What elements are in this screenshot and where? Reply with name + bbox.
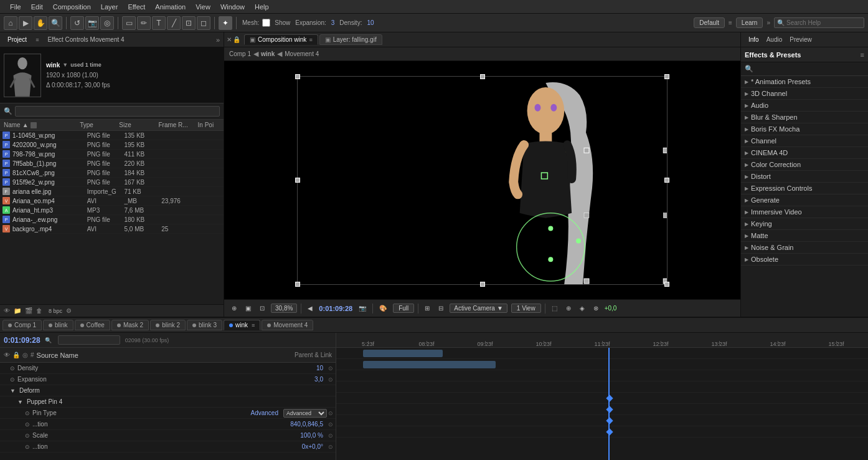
text-tool[interactable]: T <box>152 16 166 30</box>
rect-tool[interactable]: ▭ <box>122 16 136 30</box>
preview-play-btn[interactable]: ⊕ <box>229 304 239 312</box>
list-item[interactable]: A Ariana_ht.mp3 MP3 7,6 MB <box>0 206 224 215</box>
comp-tab-menu[interactable]: ≡ <box>309 37 312 43</box>
keyframe-1[interactable] <box>606 395 613 401</box>
comp-tab-menu[interactable]: ≡ <box>252 322 255 328</box>
effect-group-header[interactable]: ▶ Immersive Video <box>741 206 868 218</box>
menu-composition[interactable]: Composition <box>48 2 96 12</box>
expansion-value[interactable]: 3 <box>331 19 335 26</box>
comp-tab[interactable]: Coffee <box>75 320 110 330</box>
layer-tab[interactable]: ▣ Layer: falling.gif <box>319 34 382 45</box>
viewer-close-btn[interactable]: ✕ <box>227 36 232 43</box>
breadcrumb-movement[interactable]: Movement 4 <box>285 50 319 57</box>
puppet-tool[interactable]: ✦ <box>219 16 232 30</box>
tl-solo-icon[interactable]: ◎ <box>22 352 28 358</box>
effect-group-header[interactable]: ▶ Boris FX Mocha <box>741 123 868 135</box>
effect-group-header[interactable]: ▶ Channel <box>741 135 868 146</box>
handle-tr[interactable] <box>664 74 669 79</box>
extend-icon[interactable]: » <box>767 19 770 26</box>
list-item[interactable]: F ariana elle.jpg Importe_G 71 KB <box>0 187 224 196</box>
handle-bm[interactable] <box>480 282 485 287</box>
prop-value[interactable]: 100,0 % <box>300 432 323 439</box>
list-item[interactable]: P 7ff5abb_(1).png PNG file 220 KB <box>0 159 224 168</box>
grid-btn[interactable]: ⊞ <box>422 304 432 312</box>
prop-stopwatch[interactable]: ⊙ <box>25 433 30 439</box>
effect-controls-tab[interactable]: Effect Controls Movement 4 <box>44 35 128 44</box>
composition-tab[interactable]: ▣ Composition wink ≡ <box>244 34 318 45</box>
prop-stopwatch[interactable]: ⊙ <box>25 410 30 416</box>
pin-type-select[interactable]: Advanced <box>283 409 327 418</box>
guides-btn[interactable]: ⊟ <box>436 304 446 312</box>
3d-btn[interactable]: ⬚ <box>549 304 560 312</box>
keyframe-3[interactable] <box>606 417 613 424</box>
effect-group-header[interactable]: ▶ CINEMA 4D <box>741 147 868 158</box>
settings-icon[interactable]: ⚙ <box>66 307 72 314</box>
menu-edit[interactable]: Edit <box>26 2 48 12</box>
prop-value[interactable]: 3,0 <box>314 376 323 383</box>
hand-tool[interactable]: ✋ <box>34 16 47 30</box>
list-item[interactable]: V backgro_.mp4 AVI 5,0 MB 25 <box>0 224 224 234</box>
prop-stopwatch[interactable]: ⊙ <box>25 444 30 450</box>
delete-icon[interactable]: 🗑 <box>36 307 42 314</box>
list-item[interactable]: P 4202000_w.png PNG file 195 KB <box>0 140 224 150</box>
orbit-tool[interactable]: ◎ <box>100 16 114 30</box>
tl-layer-row[interactable]: ⊙ Scale 100,0 % ⊙ <box>0 430 336 441</box>
prop-reset-icon[interactable]: ⊙ <box>328 444 333 450</box>
prop-value[interactable]: 10 <box>316 365 323 371</box>
home-button[interactable]: ⌂ <box>4 16 17 30</box>
effect-group-header[interactable]: ▶ Generate <box>741 194 868 206</box>
comp-tab[interactable]: Movement 4 <box>262 320 313 330</box>
new-item-icon[interactable]: 🎬 <box>25 307 32 314</box>
handle-br[interactable] <box>664 282 669 287</box>
effect-group-header[interactable]: ▶ Distort <box>741 171 868 182</box>
comp-tab[interactable]: wink ≡ <box>224 320 260 330</box>
zoom-tool[interactable]: 🔍 <box>49 16 62 30</box>
camera-snap-btn[interactable]: 📷 <box>356 304 369 312</box>
tl-layer-row[interactable]: ⊙ ...tion 0x+0,0° ⊙ <box>0 441 336 453</box>
show-checkbox[interactable] <box>262 19 270 27</box>
tl-eye-icon[interactable]: 👁 <box>4 352 10 358</box>
effect-group-header[interactable]: ▶ * Animation Presets <box>741 76 868 87</box>
tl-playhead[interactable] <box>608 348 610 460</box>
effect-group-header[interactable]: ▶ 3D Channel <box>741 88 868 99</box>
camera-tool[interactable]: 📷 <box>85 16 99 30</box>
effects-search-input[interactable] <box>756 65 864 72</box>
keyframe-2[interactable] <box>606 406 613 413</box>
color-toggle-btn[interactable]: 🎨 <box>377 304 389 312</box>
menu-window[interactable]: Window <box>215 2 250 12</box>
menu-view[interactable]: View <box>191 2 215 12</box>
zoom-selector[interactable]: 30,8% <box>271 304 297 313</box>
comp-tab[interactable]: Comp 1 <box>2 320 42 330</box>
select-tool[interactable]: ▶ <box>19 16 32 30</box>
tl-source-icon[interactable]: # <box>31 352 34 358</box>
prev-frame-btn[interactable]: ◀ <box>305 304 315 312</box>
menu-animation[interactable]: Animation <box>150 2 191 12</box>
motion-btn[interactable]: ⊗ <box>591 304 601 312</box>
comp-tab[interactable]: Mask 2 <box>111 320 149 330</box>
menu-help[interactable]: Help <box>250 2 274 12</box>
effect-group-header[interactable]: ▶ Blur & Sharpen <box>741 112 868 123</box>
prop-stopwatch[interactable]: ⊙ <box>10 376 15 383</box>
handle-tl[interactable] <box>295 74 300 79</box>
preview-mode-btn[interactable]: ▣ <box>243 304 253 312</box>
prop-reset-icon[interactable]: ⊙ <box>328 365 333 371</box>
tl-layer-row[interactable]: ⊙ Expansion 3,0 ⊙ <box>0 374 336 385</box>
quality-selector[interactable]: Full <box>393 304 414 313</box>
track-bar-1[interactable] <box>363 350 443 357</box>
menu-layer[interactable]: Layer <box>96 2 123 12</box>
list-item[interactable]: V Ariana_eo.mp4 AVI _MB 23,976 <box>0 196 224 206</box>
alpha-btn[interactable]: ⊡ <box>257 304 267 312</box>
prop-reset-icon[interactable]: ⊙ <box>328 421 333 428</box>
project-search-input[interactable] <box>15 106 220 117</box>
keyframe-4[interactable] <box>606 428 613 435</box>
breadcrumb-comp1[interactable]: Comp 1 <box>229 50 251 57</box>
prop-value[interactable]: 0x+0,0° <box>302 443 323 450</box>
prop-reset-icon[interactable]: ⊙ <box>328 410 333 416</box>
comp-tab[interactable]: blink 2 <box>150 320 186 330</box>
prop-stopwatch[interactable]: ⊙ <box>10 365 15 371</box>
effect-group-header[interactable]: ▶ Matte <box>741 230 868 241</box>
audio-tab[interactable]: Audio <box>763 35 786 44</box>
comp-tab[interactable]: blink <box>43 320 73 330</box>
list-item[interactable]: P 798-798_w.png PNG file 411 KB <box>0 150 224 159</box>
list-item[interactable]: P 81cXCw8_.png PNG file 184 KB <box>0 168 224 178</box>
